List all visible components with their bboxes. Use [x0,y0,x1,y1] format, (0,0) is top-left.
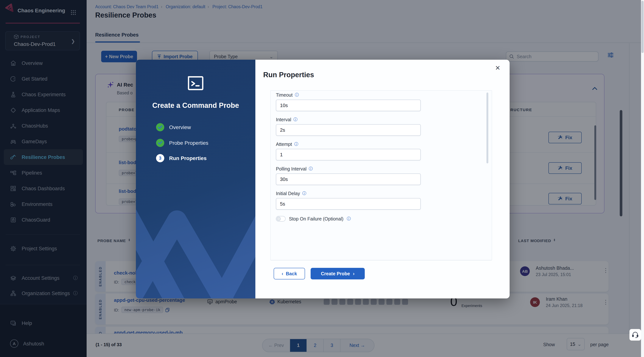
create-probe-button[interactable]: Create Probe › [310,268,365,279]
step-done-check-icon [156,139,164,147]
modal-heading: Run Properties [263,71,314,79]
attempt-label: Attempt [276,142,292,147]
info-icon[interactable]: ⓘ [309,166,313,172]
wizard-step-run-properties[interactable]: 3 Run Properties [156,154,207,162]
chevron-left-icon: ‹ [282,271,283,276]
info-icon[interactable]: ⓘ [302,191,306,196]
step-number: 3 [156,154,164,162]
chevron-right-icon: › [353,271,354,276]
scrollbar-thumb[interactable] [642,1,644,53]
close-icon[interactable]: ✕ [495,64,500,72]
initial-delay-label: Initial Delay [276,191,300,196]
wizard-title: Create a Command Probe [136,101,255,110]
timeout-input[interactable] [276,100,421,111]
terminal-icon [187,75,204,91]
browser-scrollbar[interactable] [641,0,644,357]
wizard-step-overview[interactable]: Overview [156,123,191,131]
interval-input[interactable] [276,124,421,136]
info-icon[interactable]: ⓘ [295,92,299,98]
back-button[interactable]: ‹ Back [274,268,305,279]
support-headset-button[interactable] [630,329,641,341]
stop-on-failure-toggle[interactable] [276,216,286,222]
run-properties-form: Timeoutⓘ Intervalⓘ Attemptⓘ Polling Inte… [270,90,492,260]
attempt-input[interactable] [276,149,421,160]
initial-delay-input[interactable] [276,198,421,210]
step-done-check-icon [156,123,164,131]
wizard-panel: Create a Command Probe Overview Probe Pr… [136,60,255,299]
chaos-engineering-app: Chaos Engineering PROJECT Chaos-Dev-Prod… [0,0,644,357]
create-command-probe-modal: Create a Command Probe Overview Probe Pr… [136,60,510,299]
info-icon[interactable]: ⓘ [294,117,298,122]
polling-interval-input[interactable] [276,173,421,185]
info-icon[interactable]: ⓘ [294,141,298,147]
interval-label: Interval [276,117,291,122]
polling-interval-label: Polling Interval [276,166,306,171]
timeout-label: Timeout [276,92,292,97]
stop-on-failure-label: Stop On Failure (Optional) [289,216,344,221]
form-scrollbar-thumb[interactable] [486,92,488,163]
info-icon[interactable]: ⓘ [347,216,351,222]
harness-watermark-logo [136,187,255,299]
wizard-step-probe-properties[interactable]: Probe Properties [156,139,208,147]
